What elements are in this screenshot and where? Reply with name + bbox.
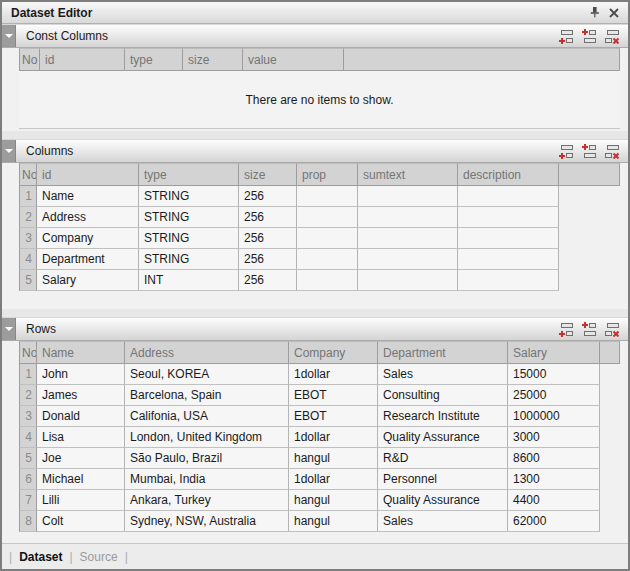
grid-cell-name[interactable]: Lilli <box>37 490 125 511</box>
insert-row-button[interactable] <box>580 143 598 159</box>
column-header-type[interactable]: type <box>125 48 183 71</box>
grid-cell-prop[interactable] <box>297 207 358 228</box>
grid-cell-description[interactable] <box>458 207 559 228</box>
grid-cell-size[interactable]: 256 <box>239 207 297 228</box>
row-number[interactable]: 5 <box>19 270 37 291</box>
grid-cell-department[interactable]: Consulting <box>378 385 508 406</box>
grid-cell-department[interactable]: Personnel <box>378 469 508 490</box>
grid-cell-address[interactable]: Barcelona, Spain <box>125 385 289 406</box>
grid-cell-name[interactable]: Donald <box>37 406 125 427</box>
grid-cell-address[interactable]: Ankara, Turkey <box>125 490 289 511</box>
grid-cell-id[interactable]: Department <box>37 249 139 270</box>
grid-cell-id[interactable]: Company <box>37 228 139 249</box>
pin-button[interactable] <box>585 4 604 21</box>
column-header-no[interactable]: No <box>19 48 40 71</box>
row-number[interactable]: 2 <box>19 385 37 406</box>
row-number[interactable]: 5 <box>19 448 37 469</box>
grid-cell-size[interactable]: 256 <box>239 270 297 291</box>
grid-cell-type[interactable]: STRING <box>139 249 239 270</box>
grid-cell-address[interactable]: Califonia, USA <box>125 406 289 427</box>
row-number[interactable]: 3 <box>19 228 37 249</box>
collapse-button[interactable] <box>2 140 16 162</box>
grid-cell-address[interactable]: Mumbai, India <box>125 469 289 490</box>
grid-cell-description[interactable] <box>458 270 559 291</box>
grid-cell-salary[interactable]: 1000000 <box>508 406 600 427</box>
column-header-company[interactable]: Company <box>289 341 378 364</box>
grid-cell-company[interactable]: 1dollar <box>289 364 378 385</box>
grid-cell-description[interactable] <box>458 228 559 249</box>
column-header-id[interactable]: id <box>37 163 139 186</box>
column-header-department[interactable]: Department <box>378 341 508 364</box>
grid-cell-salary[interactable]: 4400 <box>508 490 600 511</box>
grid-cell-id[interactable]: Salary <box>37 270 139 291</box>
column-header-prop[interactable]: prop <box>297 163 358 186</box>
grid-cell-company[interactable]: 1dollar <box>289 427 378 448</box>
grid-cell-name[interactable]: Michael <box>37 469 125 490</box>
grid-cell-company[interactable]: hangul <box>289 448 378 469</box>
grid-cell-address[interactable]: Sydney, NSW, Australia <box>125 511 289 532</box>
grid-cell-name[interactable]: Colt <box>37 511 125 532</box>
grid-cell-name[interactable]: James <box>37 385 125 406</box>
column-header-id[interactable]: id <box>40 48 125 71</box>
grid-cell-address[interactable]: London, United Kingdom <box>125 427 289 448</box>
row-number[interactable]: 1 <box>19 186 37 207</box>
grid-cell-company[interactable]: EBOT <box>289 406 378 427</box>
grid-cell-name[interactable]: Lisa <box>37 427 125 448</box>
tab-source[interactable]: Source <box>80 550 118 564</box>
column-header-no[interactable]: No <box>19 341 37 364</box>
grid-cell-prop[interactable] <box>297 228 358 249</box>
row-number[interactable]: 2 <box>19 207 37 228</box>
row-number[interactable]: 7 <box>19 490 37 511</box>
grid-cell-salary[interactable]: 8600 <box>508 448 600 469</box>
grid-cell-department[interactable]: Quality Assurance <box>378 490 508 511</box>
grid-cell-address[interactable]: São Paulo, Brazil <box>125 448 289 469</box>
grid-cell-size[interactable]: 256 <box>239 228 297 249</box>
grid-cell-description[interactable] <box>458 186 559 207</box>
grid-cell-department[interactable]: Research Institute <box>378 406 508 427</box>
grid-cell-size[interactable]: 256 <box>239 186 297 207</box>
column-header-value[interactable]: value <box>243 48 344 71</box>
delete-row-button[interactable] <box>603 28 621 44</box>
row-number[interactable]: 1 <box>19 364 37 385</box>
column-header-type[interactable]: type <box>139 163 239 186</box>
add-row-button[interactable] <box>557 143 575 159</box>
row-number[interactable]: 4 <box>19 249 37 270</box>
grid-cell-prop[interactable] <box>297 186 358 207</box>
grid-cell-id[interactable]: Address <box>37 207 139 228</box>
grid-cell-salary[interactable]: 3000 <box>508 427 600 448</box>
column-header-size[interactable]: size <box>183 48 243 71</box>
grid-cell-prop[interactable] <box>297 249 358 270</box>
grid-cell-description[interactable] <box>458 249 559 270</box>
grid-cell-type[interactable]: STRING <box>139 228 239 249</box>
grid-cell-id[interactable]: Name <box>37 186 139 207</box>
grid-cell-type[interactable]: INT <box>139 270 239 291</box>
collapse-button[interactable] <box>2 318 16 340</box>
row-number[interactable]: 4 <box>19 427 37 448</box>
grid-cell-sumtext[interactable] <box>358 228 458 249</box>
grid-cell-address[interactable]: Seoul, KOREA <box>125 364 289 385</box>
row-number[interactable]: 8 <box>19 511 37 532</box>
grid-cell-company[interactable]: hangul <box>289 490 378 511</box>
add-row-button[interactable] <box>557 28 575 44</box>
tab-dataset[interactable]: Dataset <box>19 550 62 564</box>
column-header-address[interactable]: Address <box>125 341 289 364</box>
grid-cell-department[interactable]: Sales <box>378 364 508 385</box>
add-row-button[interactable] <box>557 321 575 337</box>
grid-cell-size[interactable]: 256 <box>239 249 297 270</box>
grid-cell-sumtext[interactable] <box>358 270 458 291</box>
grid-cell-sumtext[interactable] <box>358 207 458 228</box>
column-header-size[interactable]: size <box>239 163 297 186</box>
column-header-no[interactable]: No <box>19 163 37 186</box>
grid-cell-salary[interactable]: 15000 <box>508 364 600 385</box>
grid-cell-company[interactable]: 1dollar <box>289 469 378 490</box>
grid-cell-salary[interactable]: 25000 <box>508 385 600 406</box>
grid-cell-sumtext[interactable] <box>358 249 458 270</box>
grid-cell-salary[interactable]: 62000 <box>508 511 600 532</box>
column-header-name[interactable]: Name <box>37 341 125 364</box>
grid-cell-department[interactable]: Quality Assurance <box>378 427 508 448</box>
grid-cell-prop[interactable] <box>297 270 358 291</box>
close-button[interactable] <box>604 4 623 21</box>
insert-row-button[interactable] <box>580 28 598 44</box>
row-number[interactable]: 3 <box>19 406 37 427</box>
column-header-description[interactable]: description <box>458 163 559 186</box>
